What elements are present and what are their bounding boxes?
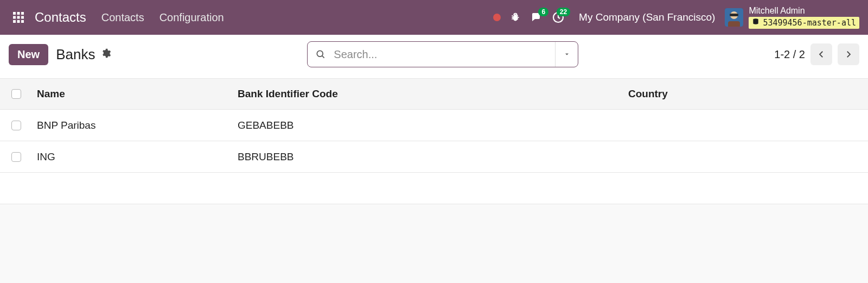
nav-link-contacts[interactable]: Contacts bbox=[101, 11, 144, 24]
column-header-country[interactable]: Country bbox=[624, 88, 868, 100]
user-name: Mitchell Admin bbox=[749, 6, 859, 16]
list-footer bbox=[0, 173, 868, 204]
database-icon bbox=[752, 18, 760, 28]
svg-point-16 bbox=[317, 51, 323, 56]
svg-rect-13 bbox=[730, 14, 738, 16]
search-bar bbox=[307, 41, 578, 67]
list-view: Name Bank Identifier Code Country BNP Pa… bbox=[0, 78, 868, 204]
svg-rect-8 bbox=[21, 20, 24, 23]
pager-text[interactable]: 1-2 / 2 bbox=[774, 48, 805, 61]
svg-rect-0 bbox=[13, 12, 16, 15]
user-avatar[interactable] bbox=[725, 8, 743, 27]
list-header-row: Name Bank Identifier Code Country bbox=[0, 78, 868, 110]
search-input[interactable] bbox=[334, 48, 555, 61]
select-all-checkbox[interactable] bbox=[11, 89, 21, 99]
activities-icon[interactable]: 22 bbox=[552, 11, 565, 24]
database-name: 53499456-master-all bbox=[763, 18, 856, 28]
table-row[interactable]: ING BBRUBEBB bbox=[0, 141, 868, 173]
debug-icon[interactable] bbox=[509, 11, 521, 23]
gear-icon[interactable] bbox=[100, 48, 111, 61]
cell-name: ING bbox=[33, 151, 233, 163]
svg-rect-5 bbox=[21, 16, 24, 19]
svg-rect-6 bbox=[13, 20, 16, 23]
table-row[interactable]: BNP Paribas GEBABEBB bbox=[0, 110, 868, 141]
pager: 1-2 / 2 bbox=[774, 43, 859, 65]
svg-rect-7 bbox=[17, 20, 20, 23]
column-header-name[interactable]: Name bbox=[33, 88, 233, 100]
new-button[interactable]: New bbox=[9, 44, 48, 65]
user-menu[interactable]: Mitchell Admin 53499456-master-all bbox=[749, 6, 859, 29]
svg-point-9 bbox=[513, 15, 518, 21]
row-checkbox[interactable] bbox=[11, 152, 21, 162]
cell-name: BNP Paribas bbox=[33, 120, 233, 131]
svg-line-17 bbox=[322, 56, 324, 58]
search-options-toggle[interactable] bbox=[555, 42, 578, 67]
search-icon bbox=[308, 49, 334, 60]
status-indicator-dot[interactable] bbox=[493, 14, 501, 21]
svg-rect-2 bbox=[21, 12, 24, 15]
apps-menu-button[interactable] bbox=[9, 8, 28, 27]
row-checkbox[interactable] bbox=[11, 121, 21, 130]
database-pill: 53499456-master-all bbox=[749, 17, 859, 29]
cell-bic: GEBABEBB bbox=[233, 120, 624, 131]
column-header-bic[interactable]: Bank Identifier Code bbox=[233, 88, 624, 100]
top-navbar: Contacts Contacts Configuration 6 22 My … bbox=[0, 0, 868, 35]
messaging-icon[interactable]: 6 bbox=[530, 11, 543, 24]
svg-rect-14 bbox=[728, 21, 740, 27]
pager-next-button[interactable] bbox=[838, 43, 859, 65]
control-panel: New Banks 1-2 / 2 bbox=[0, 35, 868, 78]
company-switcher[interactable]: My Company (San Francisco) bbox=[579, 11, 715, 23]
app-brand[interactable]: Contacts bbox=[35, 10, 86, 25]
messaging-badge: 6 bbox=[538, 8, 548, 16]
breadcrumb: Banks bbox=[56, 46, 95, 63]
svg-rect-4 bbox=[17, 16, 20, 19]
pager-prev-button[interactable] bbox=[810, 43, 832, 65]
svg-rect-1 bbox=[17, 12, 20, 15]
cell-bic: BBRUBEBB bbox=[233, 151, 624, 163]
activities-badge: 22 bbox=[557, 8, 570, 16]
nav-link-configuration[interactable]: Configuration bbox=[159, 11, 224, 24]
svg-rect-3 bbox=[13, 16, 16, 19]
